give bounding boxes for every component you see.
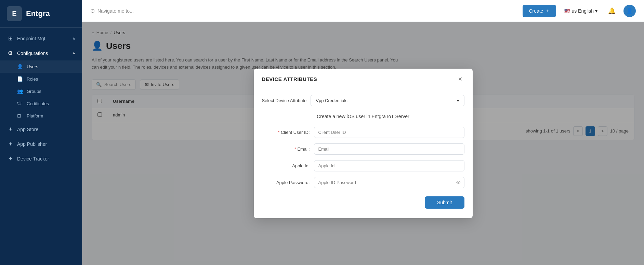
- header: ⊙ Navigate me to... Create ＋ 🇺🇸 us Engli…: [82, 0, 644, 22]
- sidebar-label-app-store: App Store: [17, 127, 38, 132]
- lang-flag: 🇺🇸: [564, 8, 570, 14]
- submit-button[interactable]: Submit: [425, 196, 464, 209]
- modal-subtitle: Create a new iOS user in Entgra IoT Serv…: [262, 114, 464, 119]
- email-input[interactable]: [314, 143, 464, 155]
- chevron-up-icon: ∧: [73, 51, 75, 55]
- sidebar-item-certificates[interactable]: 🛡 Certificates: [0, 97, 82, 110]
- bell-icon-glyph: 🔔: [608, 7, 616, 15]
- logo-icon: E: [7, 6, 22, 21]
- required-star-2: *: [294, 147, 296, 152]
- sidebar-item-platform[interactable]: ⊟ Platform: [0, 110, 82, 122]
- apple-password-input[interactable]: [314, 177, 464, 188]
- email-label: * Email:: [262, 147, 310, 152]
- email-row: * Email:: [262, 143, 464, 155]
- page-content: ⌂ Home / Users 👤 Users All of your regis…: [82, 22, 644, 265]
- nav-search-icon: ⊙: [90, 8, 95, 14]
- apple-password-label-text: Apple Password:: [276, 180, 310, 185]
- main-area: ⊙ Navigate me to... Create ＋ 🇺🇸 us Engli…: [82, 0, 644, 265]
- selected-attribute: Vpp Credentials: [316, 98, 347, 103]
- grid-icon: ⊞: [7, 35, 14, 42]
- logo-area: E Entgra: [0, 0, 82, 28]
- client-user-id-input[interactable]: [314, 127, 464, 138]
- modal-overlay[interactable]: DEVICE ATTRIBUTES × Select Device Attrib…: [82, 22, 644, 265]
- sidebar-label-endpoint-mgt: Endpoint Mgt: [17, 36, 45, 41]
- required-star-1: *: [278, 130, 279, 135]
- nav-search-text: Navigate me to...: [97, 8, 134, 14]
- gear-icon: ⚙: [7, 50, 14, 56]
- modal-header: DEVICE ATTRIBUTES ×: [254, 69, 473, 88]
- language-selector[interactable]: 🇺🇸 us English ▾: [562, 6, 600, 16]
- roles-icon: 📄: [17, 76, 23, 82]
- apple-id-input[interactable]: [314, 160, 464, 171]
- sidebar-item-device-tracker[interactable]: ✦ Device Tracker: [0, 151, 82, 166]
- appstore-icon: ✦: [7, 126, 14, 132]
- apple-id-label-text: Apple Id:: [292, 163, 310, 168]
- modal-footer: Submit: [262, 194, 464, 210]
- sidebar-label-certificates: Certificates: [27, 101, 49, 106]
- client-user-id-label-text: Client User ID:: [281, 130, 310, 135]
- apple-id-row: Apple Id:: [262, 160, 464, 171]
- sidebar-nav: ⊞ Endpoint Mgt ∧ ⚙ Configurations ∧ 👤 Us…: [0, 28, 82, 265]
- user-icon: 👤: [17, 64, 23, 69]
- nav-search: ⊙ Navigate me to...: [90, 8, 227, 14]
- sidebar-item-app-store[interactable]: ✦ App Store: [0, 122, 82, 137]
- modal-body: Select Device Attribute Vpp Credentials …: [254, 88, 473, 218]
- apple-password-row: Apple Password: 👁: [262, 177, 464, 188]
- apple-id-label: Apple Id:: [262, 163, 310, 168]
- sidebar-label-configurations: Configurations: [17, 51, 48, 56]
- platform-icon: ⊟: [17, 113, 23, 118]
- sidebar-label-platform: Platform: [27, 113, 43, 118]
- create-button[interactable]: Create ＋: [523, 5, 556, 17]
- select-attribute-label: Select Device Attribute: [262, 98, 307, 103]
- publisher-icon: ✦: [7, 141, 14, 147]
- sidebar-item-endpoint-mgt[interactable]: ⊞ Endpoint Mgt ∧: [0, 31, 82, 46]
- attribute-select-dropdown[interactable]: Vpp Credentials ▾: [311, 95, 464, 106]
- dropdown-chevron-icon: ▾: [457, 98, 459, 103]
- tracker-icon: ✦: [7, 155, 14, 162]
- email-label-text: Email:: [297, 147, 310, 152]
- sidebar: E Entgra ⊞ Endpoint Mgt ∧ ⚙ Configuratio…: [0, 0, 82, 265]
- sidebar-item-configurations[interactable]: ⚙ Configurations ∧: [0, 46, 82, 60]
- sidebar-label-users: Users: [27, 64, 38, 69]
- lang-chevron-icon: ▾: [595, 8, 597, 14]
- chevron-icon: ∧: [73, 36, 75, 41]
- sidebar-label-groups: Groups: [27, 89, 41, 94]
- create-label: Create: [529, 8, 543, 14]
- lang-label: us English: [571, 8, 594, 14]
- modal-title: DEVICE ATTRIBUTES: [262, 76, 317, 82]
- client-user-id-row: * Client User ID:: [262, 127, 464, 138]
- plus-icon: ＋: [545, 8, 550, 14]
- sidebar-label-app-publisher: App Publisher: [17, 141, 47, 147]
- sidebar-item-users[interactable]: 👤 Users: [0, 60, 82, 73]
- sidebar-label-roles: Roles: [27, 76, 38, 82]
- notification-bell[interactable]: 🔔: [606, 5, 618, 17]
- sidebar-label-device-tracker: Device Tracker: [17, 156, 49, 162]
- sidebar-item-roles[interactable]: 📄 Roles: [0, 73, 82, 85]
- modal-close-button[interactable]: ×: [456, 75, 464, 83]
- avatar-icon: 👤: [626, 8, 633, 14]
- client-user-id-label: * Client User ID:: [262, 130, 310, 135]
- groups-icon: 👥: [17, 88, 23, 94]
- sidebar-item-groups[interactable]: 👥 Groups: [0, 85, 82, 97]
- device-attributes-modal: DEVICE ATTRIBUTES × Select Device Attrib…: [254, 69, 473, 218]
- shield-icon: 🛡: [17, 101, 23, 106]
- user-avatar[interactable]: 👤: [623, 5, 636, 17]
- app-name: Entgra: [26, 9, 50, 18]
- apple-password-label: Apple Password:: [262, 180, 310, 185]
- sidebar-item-app-publisher[interactable]: ✦ App Publisher: [0, 137, 82, 151]
- select-attribute-row: Select Device Attribute Vpp Credentials …: [262, 95, 464, 106]
- apple-password-input-wrap: 👁: [314, 177, 464, 188]
- eye-icon[interactable]: 👁: [456, 180, 461, 185]
